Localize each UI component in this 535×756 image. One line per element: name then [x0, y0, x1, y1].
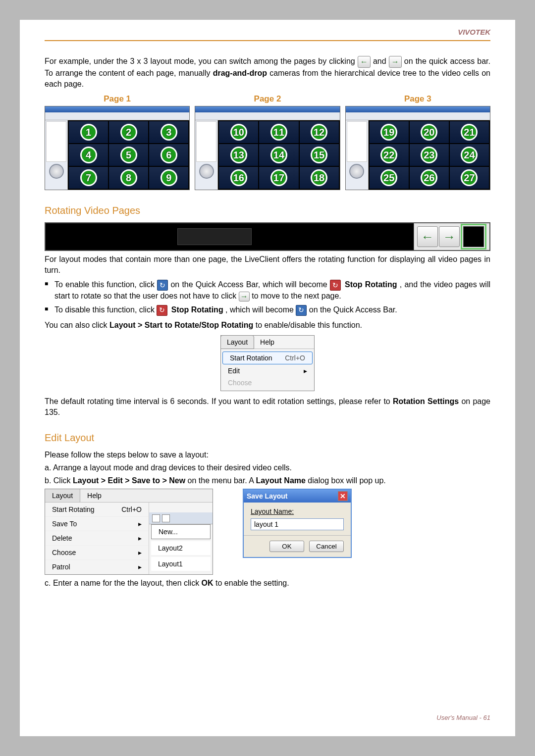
layout-selector[interactable]	[177, 228, 252, 245]
page-container: VIVOTEK For example, under the 3 x 3 lay…	[20, 20, 515, 736]
video-grid: 19 20 21 22 23 24 25 26 27	[369, 120, 490, 190]
layout-name-input[interactable]	[251, 518, 344, 530]
chevron-right-icon	[138, 563, 142, 571]
chevron-right-icon	[138, 520, 142, 528]
video-cell[interactable]: 1	[69, 121, 108, 143]
menu-item-edit[interactable]: Edit	[221, 365, 314, 377]
submenu-item-new[interactable]: New...	[151, 524, 211, 539]
submenu-item-layout1[interactable]: Layout1	[151, 557, 211, 571]
text: dialog box will pop up.	[308, 476, 385, 485]
menu-help[interactable]: Help	[254, 336, 280, 349]
video-cell[interactable]: 5	[109, 144, 148, 166]
video-cell[interactable]: 7	[69, 167, 108, 189]
menu-item-start-rotation[interactable]: Start Rotation Ctrl+O	[222, 352, 313, 364]
video-cell[interactable]: 25	[370, 167, 409, 189]
edit-step-b: b. Click Layout > Edit > Save to > New o…	[45, 475, 490, 486]
edit-step-c: c. Enter a name for the the layout, then…	[45, 578, 490, 589]
prev-page-button[interactable]	[417, 226, 438, 247]
video-cell[interactable]: 10	[219, 121, 258, 143]
label: Start Rotating	[52, 505, 95, 513]
video-cell[interactable]: 21	[450, 121, 489, 143]
video-cell[interactable]: 8	[109, 167, 148, 189]
page-col-3: Page 3 19 20 21 22 23 24 2	[345, 92, 490, 190]
menu-item-delete[interactable]: Delete	[45, 531, 149, 546]
next-page-icon[interactable]	[239, 292, 250, 302]
ok-button[interactable]: OK	[269, 541, 304, 552]
video-cell[interactable]: 23	[410, 144, 449, 166]
rotating-bullets: To enable this function, click on the Qu…	[45, 279, 490, 315]
device-tree[interactable]	[196, 121, 216, 162]
page-footer: User's Manual - 61	[436, 714, 490, 721]
submenu-item-layout2[interactable]: Layout2	[151, 541, 211, 555]
video-cell[interactable]: 27	[450, 167, 489, 189]
menu-help[interactable]: Help	[80, 489, 108, 502]
video-cell[interactable]: 17	[259, 167, 298, 189]
cell-number: 24	[461, 147, 478, 163]
layout-icon[interactable]	[152, 514, 160, 522]
video-cell[interactable]: 2	[109, 121, 148, 143]
chevron-right-icon	[301, 367, 307, 375]
ptz-wheel-icon[interactable]	[349, 164, 364, 179]
video-cell[interactable]: 9	[149, 167, 188, 189]
stop-rotate-icon[interactable]	[330, 280, 341, 291]
video-cell[interactable]: 22	[370, 144, 409, 166]
menu-layout[interactable]: Layout	[220, 335, 254, 349]
header-brand: VIVOTEK	[20, 20, 515, 40]
video-cell[interactable]: 11	[259, 121, 298, 143]
shortcut: Ctrl+O	[121, 505, 142, 513]
next-page-icon[interactable]	[389, 56, 402, 68]
menu-item-save-to[interactable]: Save To	[45, 517, 149, 531]
section-edit-title: Edit Layout	[45, 432, 490, 444]
edit-step-a: a. Arrange a layout mode and drag device…	[45, 462, 490, 473]
close-button[interactable]: ✕	[338, 491, 348, 501]
rotating-also: You can also click Layout > Start to Rot…	[45, 320, 490, 331]
bold-text: Stop Rotating	[345, 280, 397, 289]
video-cell[interactable]: 19	[370, 121, 409, 143]
video-cell[interactable]: 6	[149, 144, 188, 166]
text: to enable/disable this function.	[256, 321, 362, 329]
next-page-button[interactable]	[439, 226, 460, 247]
video-cell[interactable]: 18	[300, 167, 339, 189]
layout-icon[interactable]	[162, 514, 170, 522]
stop-rotate-icon[interactable]	[157, 305, 167, 316]
video-cell[interactable]: 20	[410, 121, 449, 143]
device-tree[interactable]	[46, 121, 66, 162]
device-tree[interactable]	[347, 121, 367, 162]
cancel-button[interactable]: Cancel	[309, 541, 344, 552]
page-col-1: Page 1 1 2 3 4 5 6 7	[45, 92, 190, 190]
label: Choose	[52, 549, 76, 556]
video-cell[interactable]: 24	[450, 144, 489, 166]
video-cell[interactable]: 4	[69, 144, 108, 166]
text: to move to the next page.	[252, 292, 341, 300]
video-cell[interactable]: 12	[300, 121, 339, 143]
menu-item-start-rotating[interactable]: Start Rotating Ctrl+O	[45, 503, 149, 517]
video-cell[interactable]: 26	[410, 167, 449, 189]
video-cell[interactable]: 14	[259, 144, 298, 166]
menu-layout[interactable]: Layout	[45, 489, 80, 502]
video-cell[interactable]: 16	[219, 167, 258, 189]
window-toolbar	[346, 112, 490, 120]
prev-page-icon[interactable]	[358, 56, 371, 68]
bold-text: Layout > Start to Rotate/Stop Rotating	[109, 321, 253, 329]
menu-item-patrol[interactable]: Patrol	[45, 560, 149, 574]
text: For example, under the 3 x 3 layout mode…	[45, 57, 358, 65]
window-sidebar	[45, 120, 68, 190]
cell-number: 7	[80, 169, 97, 186]
start-rotate-icon[interactable]	[296, 305, 307, 316]
video-cell[interactable]: 3	[149, 121, 188, 143]
cell-number: 15	[311, 147, 327, 163]
ptz-wheel-icon[interactable]	[49, 164, 64, 179]
start-rotate-icon[interactable]	[157, 280, 168, 291]
window-sidebar	[346, 120, 369, 190]
cell-number: 3	[160, 124, 177, 141]
video-cell[interactable]: 15	[300, 144, 339, 166]
shortcut: Ctrl+O	[285, 354, 305, 362]
cell-number: 1	[80, 124, 97, 141]
ptz-wheel-icon[interactable]	[199, 164, 214, 179]
menubar: Layout Help	[221, 336, 314, 349]
intro-paragraph: For example, under the 3 x 3 layout mode…	[45, 56, 490, 89]
menu-item-choose[interactable]: Choose	[45, 546, 149, 560]
edit-lead: Please follow the steps below to save a …	[45, 450, 490, 460]
video-cell[interactable]: 13	[219, 144, 258, 166]
rotate-slot[interactable]	[463, 226, 484, 247]
